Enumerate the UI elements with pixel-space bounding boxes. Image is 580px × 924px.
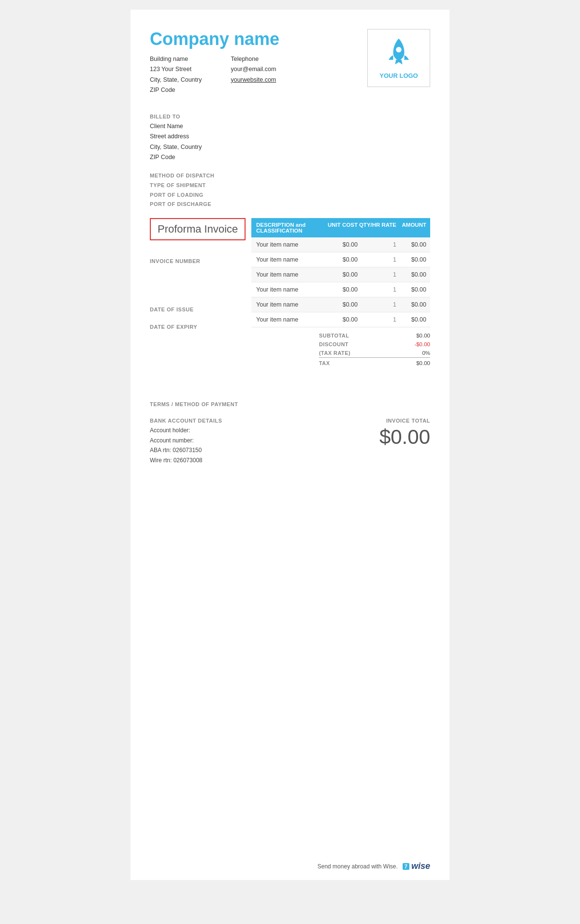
item-amount: $0.00 [396,301,430,308]
invoice-right: DESCRIPTION and CLASSIFICATION UNIT COST… [251,218,430,409]
street-address: 123 Your Street [150,64,202,74]
header-unit-cost: UNIT COST [319,222,358,234]
invoice-page: Company name Building name 123 Your Stre… [130,10,450,880]
invoice-number-label: INVOICE NUMBER [150,257,246,266]
logo-label: YOUR LOGO [379,72,418,79]
item-name: Your item name [251,286,319,293]
item-qty: 1 [358,256,396,263]
contact-col: Telephone your@email.com yourwebsite.com [231,54,276,95]
subtotal-row: SUBTOTAL $0.00 [319,331,430,340]
item-name: Your item name [251,301,319,308]
svg-point-0 [396,47,401,52]
table-rows: Your item name $0.00 1 $0.00 Your item n… [251,237,430,327]
totals-table: SUBTOTAL $0.00 DISCOUNT -$0.00 (TAX RATE… [319,331,430,367]
item-name: Your item name [251,241,319,248]
tax-rate-row: (TAX RATE) 0% [319,349,430,357]
client-name: Client Name [150,121,430,132]
tax-rate-value: 0% [422,350,430,356]
zip-code: ZIP Code [150,85,202,95]
method-of-dispatch: METHOD OF DISPATCH [150,171,430,181]
company-name: Company name [150,29,279,49]
header-amount: AMOUNT [396,222,430,234]
item-unit-cost: $0.00 [319,286,358,293]
terms-label: TERMS / METHOD OF PAYMENT [150,400,246,410]
item-unit-cost: $0.00 [319,256,358,263]
tax-rate-label: (TAX RATE) [319,350,350,356]
city-state-country: City, State, Country [150,75,202,85]
bank-aba: ABA rtn: 026073150 [150,445,222,455]
table-row: Your item name $0.00 1 $0.00 [251,312,430,327]
discount-value: -$0.00 [414,341,430,347]
item-name: Your item name [251,256,319,263]
header-description: DESCRIPTION and CLASSIFICATION [251,222,319,234]
logo-box: YOUR LOGO [367,29,430,87]
subtotal-label: SUBTOTAL [319,333,349,338]
invoice-left: Proforma Invoice INVOICE NUMBER DATE OF … [150,218,251,409]
client-street: Street address [150,132,430,142]
bank-number: Account number: [150,436,222,445]
bank-label: BANK ACCOUNT DETAILS [150,418,222,424]
item-unit-cost: $0.00 [319,241,358,248]
subtotal-value: $0.00 [416,333,430,338]
port-of-loading: PORT OF LOADING [150,191,430,200]
table-row: Your item name $0.00 1 $0.00 [251,297,430,312]
billed-to-label: BILLED TO [150,114,430,119]
table-row: Your item name $0.00 1 $0.00 [251,252,430,267]
wise-flag: 7 [403,863,409,870]
building-name: Building name [150,54,202,64]
shipping-info: METHOD OF DISPATCH TYPE OF SHIPMENT PORT… [150,171,430,209]
table-row: Your item name $0.00 1 $0.00 [251,282,430,297]
invoice-total-right: INVOICE TOTAL $0.00 [379,418,430,449]
invoice-total-amount: $0.00 [379,425,430,449]
item-unit-cost: $0.00 [319,271,358,278]
item-amount: $0.00 [396,271,430,278]
date-of-expiry-label: DATE OF EXPIRY [150,323,246,332]
invoice-total-section: BANK ACCOUNT DETAILS Account holder: Acc… [150,418,430,465]
item-qty: 1 [358,271,396,278]
footer-tagline: Send money abroad with Wise. [318,863,398,870]
invoice-total-label: INVOICE TOTAL [379,418,430,424]
type-of-shipment: TYPE OF SHIPMENT [150,181,430,191]
tax-row: TAX $0.00 [319,357,430,367]
item-qty: 1 [358,286,396,293]
client-zip: ZIP Code [150,152,430,162]
date-of-issue-label: DATE OF ISSUE [150,305,246,315]
company-info-section: Company name Building name 123 Your Stre… [150,29,279,104]
item-qty: 1 [358,316,396,323]
rocket-icon [384,37,413,68]
billed-to-info: Client Name Street address City, State, … [150,121,430,162]
telephone-label: Telephone [231,54,276,64]
client-city: City, State, Country [150,142,430,152]
item-unit-cost: $0.00 [319,301,358,308]
table-header: DESCRIPTION and CLASSIFICATION UNIT COST… [251,218,430,237]
item-amount: $0.00 [396,256,430,263]
bank-wire: Wire rtn: 026073008 [150,455,222,465]
item-amount: $0.00 [396,241,430,248]
website[interactable]: yourwebsite.com [231,75,276,85]
wise-logo: 7 wise [403,861,430,871]
table-row: Your item name $0.00 1 $0.00 [251,237,430,252]
wise-brand: wise [411,861,430,871]
item-qty: 1 [358,301,396,308]
header-qty: QTY/HR RATE [358,222,396,234]
tax-label: TAX [319,360,330,366]
bank-section: BANK ACCOUNT DETAILS Account holder: Acc… [150,418,222,465]
item-qty: 1 [358,241,396,248]
contact-row: Building name 123 Your Street City, Stat… [150,54,279,95]
tax-value: $0.00 [416,360,430,366]
totals-section: SUBTOTAL $0.00 DISCOUNT -$0.00 (TAX RATE… [251,331,430,367]
item-name: Your item name [251,316,319,323]
bank-holder: Account holder: [150,425,222,435]
discount-row: DISCOUNT -$0.00 [319,340,430,349]
invoice-main: Proforma Invoice INVOICE NUMBER DATE OF … [150,218,430,409]
table-row: Your item name $0.00 1 $0.00 [251,267,430,282]
invoice-title: Proforma Invoice [150,218,246,240]
item-name: Your item name [251,271,319,278]
item-amount: $0.00 [396,316,430,323]
footer: Send money abroad with Wise. 7 wise [318,861,430,871]
header: Company name Building name 123 Your Stre… [150,29,430,104]
address-col: Building name 123 Your Street City, Stat… [150,54,202,95]
port-of-discharge: PORT OF DISCHARGE [150,200,430,209]
discount-label: DISCOUNT [319,341,348,347]
item-unit-cost: $0.00 [319,316,358,323]
